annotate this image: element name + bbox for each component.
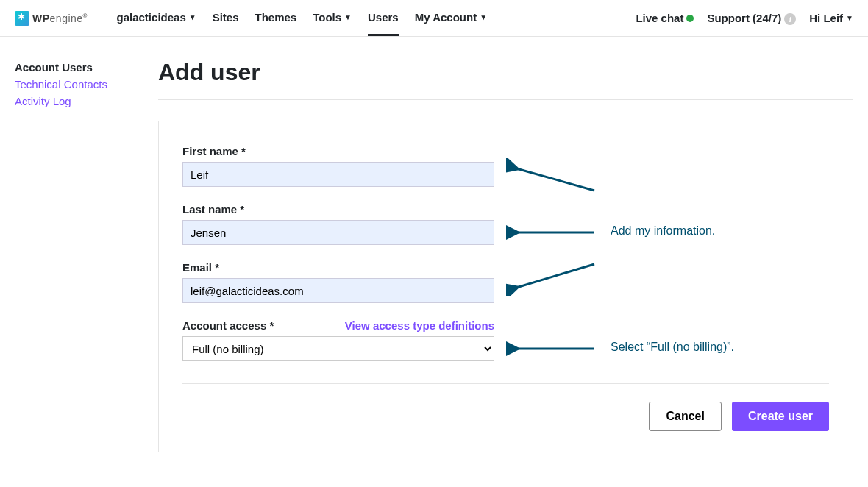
last-name-label: Last name *	[182, 203, 829, 216]
caret-down-icon: ▼	[480, 13, 487, 21]
first-name-field: First name *	[182, 145, 829, 187]
email-input[interactable]	[182, 278, 494, 303]
sidebar: Account Users Technical Contacts Activit…	[15, 59, 158, 452]
sidebar-item-account-users[interactable]: Account Users	[15, 59, 158, 76]
divider	[182, 383, 829, 384]
add-user-form: First name * Last name * Add my informat…	[158, 121, 853, 452]
account-access-select[interactable]: Full (no billing)	[182, 336, 494, 361]
caret-down-icon: ▼	[344, 13, 352, 21]
page-body: Account Users Technical Contacts Activit…	[0, 37, 868, 474]
last-name-field: Last name * Add my information.	[182, 203, 829, 245]
live-chat-label: Live chat	[636, 12, 683, 24]
sidebar-item-activity-log[interactable]: Activity Log	[15, 93, 158, 110]
page-title: Add user	[158, 59, 853, 100]
support-link[interactable]: Support (24/7)i	[707, 12, 796, 25]
first-name-input[interactable]	[182, 162, 494, 187]
main-content: Add user First name * Last name * Add my…	[158, 59, 853, 452]
info-icon: i	[784, 13, 796, 25]
annotation-arrow-icon	[506, 225, 602, 240]
cancel-button[interactable]: Cancel	[649, 402, 721, 431]
logo-icon	[15, 11, 29, 26]
user-greet-label: Hi Leif	[809, 12, 843, 24]
annotation-arrow-icon	[506, 158, 602, 195]
top-nav: WPengine® galacticideas▼ Sites Themes To…	[0, 0, 868, 37]
email-label: Email *	[182, 261, 829, 274]
sidebar-item-technical-contacts[interactable]: Technical Contacts	[15, 76, 158, 93]
nav-myaccount-label: My Account	[415, 11, 477, 24]
logo-engine: engine	[50, 13, 83, 24]
view-access-definitions-link[interactable]: View access type definitions	[345, 319, 494, 332]
annotation-arrow-icon	[506, 341, 602, 356]
nav-sites[interactable]: Sites	[213, 1, 239, 36]
create-user-button[interactable]: Create user	[732, 402, 829, 431]
logo[interactable]: WPengine®	[15, 11, 88, 26]
user-menu[interactable]: Hi Leif▼	[809, 12, 853, 24]
last-name-input[interactable]	[182, 220, 494, 245]
caret-down-icon: ▼	[846, 14, 853, 22]
nav-tools-label: Tools	[313, 11, 341, 24]
live-chat[interactable]: Live chat	[636, 12, 694, 24]
caret-down-icon: ▼	[189, 13, 196, 21]
logo-wp: WP	[32, 13, 50, 24]
nav-account-dropdown[interactable]: galacticideas▼	[117, 1, 196, 36]
support-label: Support (24/7)	[707, 12, 781, 24]
annotation-access-text: Select “Full (no billing)”.	[611, 341, 734, 354]
logo-r: ®	[83, 13, 88, 19]
annotation-info-text: Add my information.	[611, 224, 715, 238]
nav-users[interactable]: Users	[368, 1, 399, 36]
nav-myaccount[interactable]: My Account▼	[415, 1, 487, 36]
account-access-field: Account access * View access type defini…	[182, 319, 829, 361]
svg-line-1	[516, 168, 594, 191]
nav-items: galacticideas▼ Sites Themes Tools▼ Users…	[117, 1, 488, 36]
nav-tools[interactable]: Tools▼	[313, 1, 352, 36]
account-access-label: Account access *	[182, 319, 274, 332]
first-name-label: First name *	[182, 145, 829, 157]
email-field: Email *	[182, 261, 829, 303]
form-buttons: Cancel Create user	[182, 402, 829, 431]
topnav-right: Live chat Support (24/7)i Hi Leif▼	[636, 12, 853, 25]
nav-themes[interactable]: Themes	[255, 1, 297, 36]
status-dot-icon	[686, 15, 694, 22]
nav-account-label: galacticideas	[117, 11, 186, 24]
